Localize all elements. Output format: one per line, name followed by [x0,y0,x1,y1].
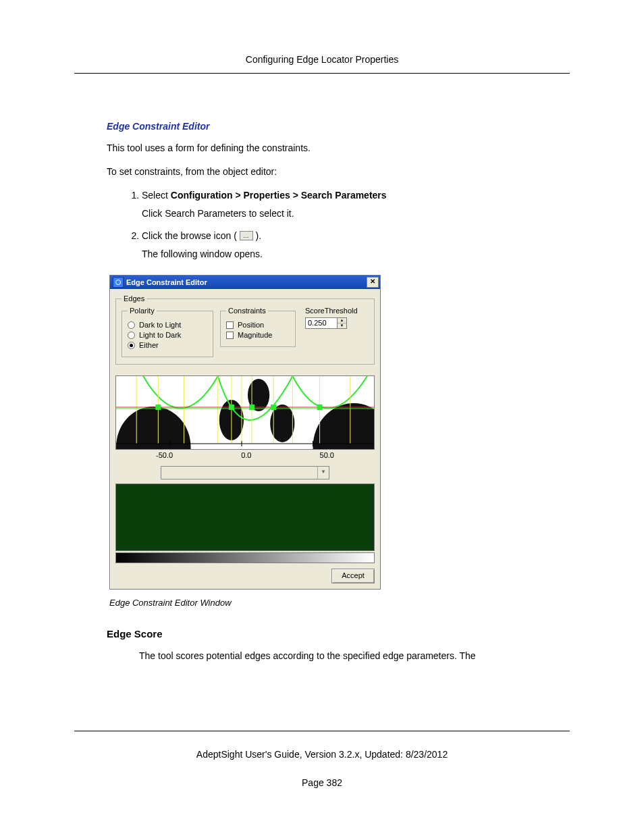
accept-button[interactable]: Accept [331,569,375,583]
step-2: Click the browse icon ( … ). The followi… [142,229,570,261]
step-1-path: Configuration > Properties > Search Para… [171,190,387,201]
svg-rect-22 [317,405,323,410]
constraints-group: Constraints Position Magnitude [220,307,296,347]
checkbox-magnitude[interactable]: Magnitude [226,331,290,339]
close-button[interactable]: ✕ [367,277,379,288]
figure-caption: Edge Constraint Editor Window [109,598,570,608]
radio-label: Light to Dark [139,331,181,339]
gradient-bar [115,552,375,563]
axis-right: 50.0 [320,451,334,459]
preview-dropdown[interactable]: ▼ [161,466,329,479]
score-threshold-input[interactable]: 0.250 [305,317,338,329]
radio-either[interactable]: Either [128,341,207,349]
edges-group: Edges Polarity Dark to Light Light to Da… [115,294,375,365]
dropdown-text [161,467,317,479]
radio-label: Dark to Light [139,321,181,329]
checkbox-label: Magnitude [238,331,272,339]
intro-text-1: This tool uses a form for defining the c… [107,141,570,155]
secondary-preview-pane [115,484,375,551]
axis-mid: 0.0 [241,451,251,459]
axis-left: -50.0 [156,451,173,459]
heading-edge-score: Edge Score [107,628,570,640]
checkbox-icon [226,321,234,329]
edge-preview-pane [115,375,375,450]
steps-list: Select Configuration > Properties > Sear… [123,188,570,261]
step-1-sub: Click Search Parameters to select it. [142,207,570,221]
step-1: Select Configuration > Properties > Sear… [142,188,570,221]
svg-rect-19 [229,405,234,410]
browse-icon: … [240,231,253,240]
chevron-down-icon[interactable]: ▼ [317,467,329,479]
radio-light-to-dark[interactable]: Light to Dark [128,331,207,339]
page-header: Configuring Edge Locator Properties [74,54,570,74]
svg-point-0 [116,407,191,449]
footer-line: AdeptSight User's Guide, Version 3.2.x, … [74,731,570,760]
polarity-group: Polarity Dark to Light Light to Dark Eit… [122,307,213,357]
polarity-legend: Polarity [128,307,157,315]
app-icon [113,277,124,288]
dialog-title: Edge Constraint Editor [126,278,207,286]
step-1-prefix: Select [142,190,171,201]
page-number: Page 382 [74,777,570,788]
svg-rect-21 [271,405,276,410]
spinner-buttons[interactable]: ▲ ▼ [338,317,347,329]
score-threshold-label: ScoreThreshold [305,307,358,315]
score-threshold-group: ScoreThreshold 0.250 ▲ ▼ [305,307,358,329]
step-2-sub: The following window opens. [142,247,570,261]
edge-score-text: The tool scores potential edges accordin… [139,649,570,663]
spinner-up-icon[interactable]: ▲ [338,318,346,323]
constraints-legend: Constraints [226,307,268,315]
intro-text-2: To set constraints, from the object edit… [107,165,570,179]
score-threshold-spinner[interactable]: 0.250 ▲ ▼ [305,317,358,329]
radio-label: Either [139,341,159,349]
edge-constraint-dialog: Edge Constraint Editor ✕ Edges Polarity … [109,275,381,590]
radio-dark-to-light[interactable]: Dark to Light [128,321,207,329]
radio-icon [128,332,135,339]
checkbox-position[interactable]: Position [226,321,290,329]
spinner-down-icon[interactable]: ▼ [338,323,346,328]
step-2-suffix: ). [253,230,261,241]
axis-labels: -50.0 0.0 50.0 [115,450,375,459]
radio-icon [128,321,135,329]
checkbox-label: Position [238,321,264,329]
svg-rect-18 [155,405,161,410]
radio-icon [128,342,135,349]
svg-point-4 [313,403,374,449]
dialog-titlebar: Edge Constraint Editor ✕ [110,276,380,289]
section-title-edge-constraint-editor: Edge Constraint Editor [107,121,570,132]
checkbox-icon [226,332,234,339]
step-2-prefix: Click the browse icon ( [142,230,240,241]
edges-legend: Edges [122,294,146,303]
svg-rect-20 [249,405,254,410]
